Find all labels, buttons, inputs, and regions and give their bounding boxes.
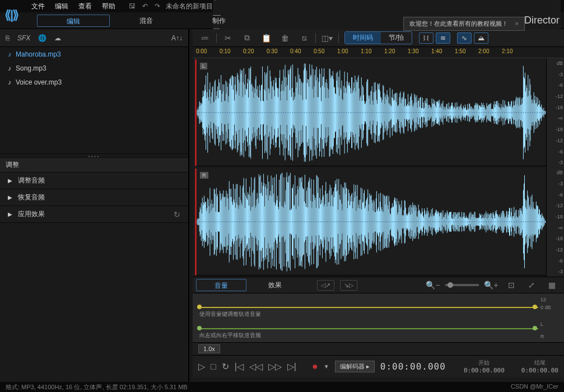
stop-icon[interactable]: □ [211, 362, 216, 372]
waveview-4-icon[interactable]: ⛰ [474, 32, 488, 44]
mode-produce[interactable]: 制作 [183, 15, 255, 27]
menu-file[interactable]: 文件 [31, 2, 45, 11]
fx-tab-volume[interactable]: 音量 [196, 279, 246, 291]
time-ruler[interactable]: 0:00 0:10 0:20 0:30 0:40 0:50 1:00 1:10 … [193, 47, 564, 58]
refresh-icon[interactable]: ↻ [174, 210, 180, 219]
crop-icon[interactable]: ⧅ [296, 32, 312, 44]
playback-speed-button[interactable]: 1.0x [198, 344, 220, 353]
adjust-cat-audio[interactable]: ▶调整音频 [0, 172, 188, 189]
channel-label-right: R [200, 172, 208, 179]
volume-envelope-label: 使用音量键调整轨道音量 [199, 310, 261, 318]
undo-icon[interactable]: ↶ [142, 2, 148, 10]
delete-icon[interactable]: 🗑 [277, 32, 293, 44]
loop-icon[interactable]: ↻ [222, 361, 229, 372]
fade-in-icon[interactable]: ◁↗ [317, 280, 334, 291]
file-item[interactable]: ♪Mahoroba.mp3 [0, 47, 188, 61]
app-logo: ⟪|⟫ [4, 8, 18, 22]
panel-resize-grip[interactable]: •••• [0, 153, 188, 158]
zoom-slider[interactable] [445, 284, 479, 286]
mode-timecode[interactable]: 时间码 [345, 32, 381, 44]
record-icon[interactable]: ● [312, 361, 318, 372]
paste-icon[interactable]: 📋 [258, 32, 274, 44]
cloud-icon[interactable]: ☁ [54, 34, 61, 42]
selection-dropdown[interactable]: ◫▾ [319, 32, 335, 44]
zoom-sel-icon[interactable]: ⊡ [504, 279, 519, 291]
font-size-button[interactable]: A↑↓ [171, 34, 183, 42]
mode-edit[interactable]: 编辑 [37, 15, 110, 27]
pan-envelope-label: 向左或向右平移轨道音频 [199, 332, 261, 339]
music-note-icon: ♪ [8, 50, 11, 58]
waveview-1-icon[interactable]: ⧘⧙ [419, 32, 434, 44]
status-format: 格式: MP3, 44100Hz, 16 位, 立体声, 长度 02:19.35… [6, 383, 188, 391]
waveview-2-icon[interactable]: ≋ [436, 32, 450, 44]
skip-start-icon[interactable]: |◁ [235, 361, 244, 372]
zoom-out-icon[interactable]: 🔍− [425, 279, 441, 291]
record-dropdown-icon[interactable]: ▼ [324, 363, 329, 370]
adjust-cat-restore[interactable]: ▶恢复音频 [0, 189, 188, 206]
codec-button[interactable]: 编解码器 ▸ [335, 361, 375, 372]
skip-end-icon[interactable]: ▷| [287, 361, 296, 372]
zoom-fit-icon[interactable]: ⤢ [524, 279, 539, 291]
welcome-tip: 欢迎您！在此查看所有的教程视频！ × [403, 17, 525, 31]
forward-icon[interactable]: ▷▷ [268, 361, 282, 372]
music-note-icon: ♪ [8, 64, 11, 72]
db-scale: dB -3-6 -12-18 -∞ -18-12 -6-3 dB -3-6 -1… [546, 58, 564, 277]
brand-label: Director [524, 15, 560, 26]
adjust-cat-effect[interactable]: ▶应用效果↻ [0, 206, 188, 223]
chevron-right-icon: ▶ [8, 178, 12, 184]
file-list: ♪Mahoroba.mp3 ♪Song.mp3 ♪Voice over.mp3 [0, 47, 188, 153]
file-item[interactable]: ♪Voice over.mp3 [0, 75, 188, 89]
adjust-header: 调整 [0, 158, 188, 172]
waveform-right-channel[interactable]: R [195, 169, 546, 276]
menu-view[interactable]: 查看 [78, 2, 92, 11]
menu-edit[interactable]: 编辑 [55, 2, 68, 11]
envelope-area[interactable]: 使用音量键调整轨道音量 向左或向右平移轨道音频 12 0 dB L R [193, 293, 564, 343]
chevron-right-icon: ▶ [8, 211, 12, 217]
web-icon[interactable]: 🌐 [38, 34, 46, 42]
current-time: 0:00:00.000 [380, 361, 446, 372]
sfx-button[interactable]: SFX [17, 34, 30, 42]
menu-help[interactable]: 帮助 [102, 2, 115, 11]
zoom-in-icon[interactable]: 🔍+ [483, 279, 499, 291]
watermark: CSDN @Mr_ICer [511, 383, 558, 391]
waveview-3-icon[interactable]: ∿ [457, 32, 472, 44]
zoom-custom-icon[interactable]: ▦ [544, 279, 560, 291]
help-icon[interactable]: ? [213, 0, 561, 2]
sel-start: 开始0:00:00.000 [464, 359, 505, 374]
waveform-left-channel[interactable]: L [195, 59, 546, 166]
rewind-icon[interactable]: ◁◁ [249, 361, 263, 372]
tool-options-icon[interactable]: ≔ [197, 32, 213, 44]
sel-end: 结尾0:00:00.00 [521, 359, 558, 374]
cut-icon[interactable]: ✂ [220, 32, 236, 44]
project-title: 未命名的新项目 [166, 2, 213, 11]
mode-mix[interactable]: 混音 [110, 15, 183, 27]
copy-icon[interactable]: ⧉ [239, 32, 255, 44]
play-icon[interactable]: ▷ [198, 361, 205, 372]
file-item[interactable]: ♪Song.mp3 [0, 61, 188, 75]
save-icon[interactable]: 🖫 [129, 2, 136, 10]
music-note-icon: ♪ [8, 78, 11, 86]
mode-beat[interactable]: 节/拍 [381, 32, 412, 44]
channel-label-left: L [200, 63, 207, 69]
fade-out-icon[interactable]: ↘▷ [340, 280, 357, 291]
import-icon[interactable]: ⎘ [6, 34, 10, 42]
chevron-right-icon: ▶ [8, 194, 12, 200]
tip-close-icon[interactable]: × [515, 20, 519, 27]
fx-tab-effect[interactable]: 效果 [250, 279, 300, 291]
redo-icon[interactable]: ↷ [155, 2, 160, 10]
